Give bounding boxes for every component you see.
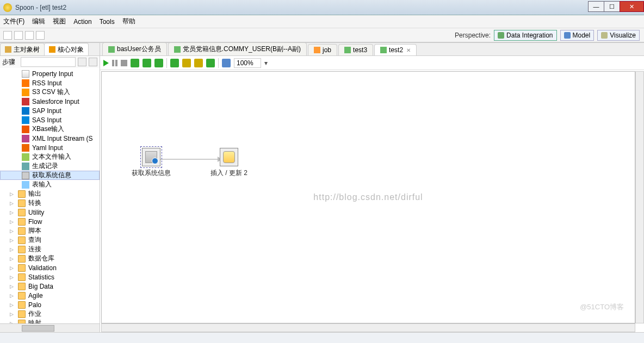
perspective-model-label: Model <box>573 32 591 39</box>
tab-close-icon[interactable]: ✕ <box>406 47 411 53</box>
tree-folder-flow[interactable]: Flow <box>0 217 100 226</box>
menu-view[interactable]: 视图 <box>53 17 66 26</box>
verify-button[interactable] <box>170 59 179 67</box>
folder-icon <box>18 273 26 281</box>
tree-item-rss-input[interactable]: RSS Input <box>0 78 100 88</box>
txt-icon <box>22 153 29 161</box>
scroll-thumb[interactable] <box>22 325 54 332</box>
left-hscrollbar[interactable] <box>0 323 100 332</box>
tree-item-label: 获取系统信息 <box>32 171 71 180</box>
menu-action[interactable]: Action <box>73 18 91 26</box>
toolbar-saveas-icon[interactable] <box>36 31 45 40</box>
tree-folder-label: Flow <box>28 218 42 226</box>
tree-item--[interactable]: 文本文件输入 <box>0 152 100 161</box>
canvas-vscrollbar[interactable] <box>635 71 644 323</box>
tab-label: job <box>323 46 331 54</box>
file-icon <box>22 70 29 78</box>
tree-item-xml-input-stream-s[interactable]: XML Input Stream (S <box>0 134 100 143</box>
preview-button[interactable] <box>131 59 139 67</box>
step-label-2: 插入 / 更新 2 <box>210 169 247 178</box>
tree-folder-agile[interactable]: Agile <box>0 291 100 300</box>
tree-item-xbase-[interactable]: XBase输入 <box>0 124 100 134</box>
step-insert-update[interactable]: 插入 / 更新 2 <box>210 148 247 178</box>
perspective-data-integration[interactable]: Data Integration <box>494 30 556 41</box>
perspective-visualize[interactable]: Visualize <box>597 30 640 41</box>
stop-button[interactable] <box>121 60 127 66</box>
perspective-label: Perspective: <box>455 32 491 39</box>
tree-folder--[interactable]: 数据仓库 <box>0 254 100 263</box>
tree-folder-validation[interactable]: Validation <box>0 263 100 272</box>
toolbar-save-icon[interactable] <box>25 31 34 40</box>
tree-item-label: 生成记录 <box>32 161 58 171</box>
menu-help[interactable]: 帮助 <box>122 17 135 26</box>
tree-folder-label: Agile <box>28 292 43 300</box>
tree-item-sap-input[interactable]: SAP Input <box>0 106 100 115</box>
steps-expand-button[interactable] <box>78 58 86 66</box>
impact-button[interactable] <box>182 59 191 67</box>
tree-folder-big-data[interactable]: Big Data <box>0 282 100 291</box>
steps-collapse-button[interactable] <box>89 58 97 66</box>
tree-item-property-input[interactable]: Property Input <box>0 69 100 78</box>
toolbar-open-icon[interactable] <box>14 31 23 40</box>
run-button[interactable] <box>103 60 109 66</box>
close-button[interactable]: ✕ <box>620 1 644 12</box>
tree-folder-statistics[interactable]: Statistics <box>0 272 100 282</box>
canvas-container: 获取系统信息 插入 / 更新 2 http://blog.csdn.net/di… <box>100 70 644 332</box>
step-get-system-info[interactable]: 获取系统信息 <box>132 148 171 178</box>
folder-icon <box>18 227 26 235</box>
tree-item-label: XML Input Stream (S <box>32 135 93 142</box>
tree-folder--[interactable]: 映射 <box>0 319 100 323</box>
zoom-dropdown-icon[interactable]: ▾ <box>264 59 268 67</box>
maximize-button[interactable]: ☐ <box>604 1 620 12</box>
tree-folder-label: 查询 <box>28 235 41 245</box>
show-results-button[interactable] <box>222 59 231 67</box>
left-panel: 主对象树 核心对象 步骤 Property InputRSS InputS3 C… <box>0 43 100 332</box>
zoom-select[interactable]: 100% <box>234 58 261 68</box>
editor-tab-basuser-[interactable]: basUser公务员 <box>102 42 167 55</box>
folder-icon <box>18 190 26 198</box>
sql-button[interactable] <box>194 59 203 67</box>
tree-folder--[interactable]: 查询 <box>0 235 100 245</box>
tree-item-yaml-input[interactable]: Yaml Input <box>0 143 100 152</box>
minimize-button[interactable]: — <box>588 1 604 12</box>
tree-item-label: Property Input <box>32 70 73 78</box>
menu-file[interactable]: 文件(F) <box>3 17 24 26</box>
tab-main-tree[interactable]: 主对象树 <box>0 43 45 55</box>
tree-folder--[interactable]: 作业 <box>0 309 100 319</box>
trans-icon <box>174 46 181 53</box>
debug-button[interactable] <box>143 59 151 67</box>
folder-icon <box>18 320 26 324</box>
steps-search-input[interactable] <box>21 57 76 67</box>
toolbar-new-icon[interactable] <box>3 31 12 40</box>
editor-tab-test2[interactable]: test2✕ <box>374 44 417 55</box>
perspective-model[interactable]: Model <box>560 30 595 41</box>
tree-folder-palo[interactable]: Palo <box>0 300 100 309</box>
editor-tab-job[interactable]: job <box>308 44 337 55</box>
menu-edit[interactable]: 编辑 <box>32 17 45 26</box>
editor-tab-test3[interactable]: test3 <box>338 44 373 55</box>
tree-item-s3-csv-[interactable]: S3 CSV 输入 <box>0 88 100 97</box>
tree-folder--[interactable]: 连接 <box>0 245 100 254</box>
editor-tab--commy-user-b-a-[interactable]: 党员党籍信息.COMMY_USER(B副--A副) <box>168 42 307 55</box>
tree-folder--[interactable]: 转换 <box>0 198 100 208</box>
folder-icon <box>18 310 26 318</box>
tab-core-objects[interactable]: 核心对象 <box>44 43 89 55</box>
steps-tree[interactable]: Property InputRSS InputS3 CSV 输入Salesfor… <box>0 68 100 323</box>
canvas[interactable]: 获取系统信息 插入 / 更新 2 http://blog.csdn.net/di… <box>101 71 635 323</box>
tree-folder--[interactable]: 输出 <box>0 189 100 198</box>
tree-item--[interactable]: 表输入 <box>0 180 100 189</box>
replay-button[interactable] <box>154 59 163 67</box>
tree-item-sas-input[interactable]: SAS Input <box>0 115 100 124</box>
tree-folder-utility[interactable]: Utility <box>0 208 100 217</box>
tab-label: test2 <box>389 46 403 54</box>
explore-button[interactable] <box>206 59 215 67</box>
tree-folder--[interactable]: 脚本 <box>0 226 100 235</box>
menubar: 文件(F) 编辑 视图 Action Tools 帮助 <box>0 15 644 28</box>
menu-tools[interactable]: Tools <box>100 18 115 26</box>
canvas-hscrollbar[interactable] <box>101 323 635 332</box>
tree-item--[interactable]: 生成记录 <box>0 161 100 171</box>
tree-item-salesforce-input[interactable]: Salesforce Input <box>0 97 100 106</box>
tree-item--[interactable]: 获取系统信息 <box>0 171 100 180</box>
window-titlebar: Spoon - [etl] test2 — ☐ ✕ <box>0 0 644 15</box>
pause-button[interactable] <box>112 60 117 66</box>
